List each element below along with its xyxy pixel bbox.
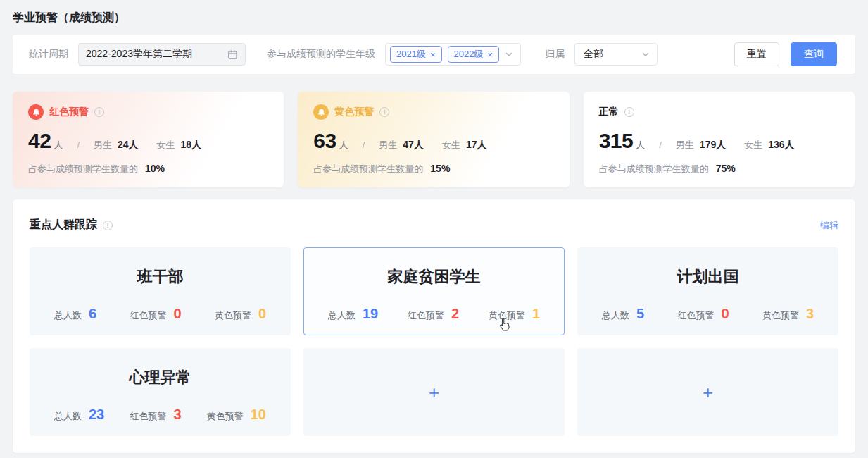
info-icon[interactable]: ! [103, 221, 113, 230]
grade-tag-label: 2022级 [454, 48, 484, 61]
male-label: 男生 [94, 139, 112, 151]
yellow-warning-value: 10 [251, 407, 266, 423]
remove-tag-icon[interactable]: × [430, 50, 436, 59]
male-value: 179人 [700, 139, 726, 151]
add-group-card[interactable]: + [303, 348, 565, 436]
group-card-plan-abroad[interactable]: 计划出国 总人数5 红色预警0 黄色预警3 [577, 247, 838, 335]
red-warning-value: 3 [173, 407, 181, 423]
stat-count: 63 [313, 129, 336, 153]
red-warning-card: 红色预警 ! 42 人 / 男生24人 女生18人 占参与成绩预测学生数量的 1… [13, 92, 284, 187]
grade-multi-select[interactable]: 2021级 × 2022级 × [385, 43, 521, 66]
yellow-warning-card: 黄色预警 ! 63 人 / 男生47人 女生17人 占参与成绩预测学生数量的 1… [298, 92, 569, 187]
total-label: 总人数 [328, 309, 356, 322]
ratio-label: 占参与成绩预测学生数量的 [313, 163, 423, 175]
group-name: 家庭贫困学生 [328, 266, 540, 287]
group-card-class-cadre[interactable]: 班干部 总人数6 红色预警0 黄色预警0 [30, 247, 291, 335]
page-title: 学业预警（成绩预测） [0, 0, 868, 35]
divider: / [363, 140, 365, 150]
plus-icon: + [703, 383, 713, 402]
ratio-value: 15% [430, 163, 450, 174]
stat-count: 42 [28, 129, 51, 153]
stat-card-title: 正常 [599, 106, 619, 118]
male-value: 47人 [403, 139, 424, 151]
info-icon[interactable]: ! [624, 107, 634, 117]
ratio-value: 10% [145, 163, 165, 174]
total-label: 总人数 [54, 309, 82, 322]
yellow-warning-value: 0 [258, 306, 266, 322]
female-value: 17人 [466, 139, 487, 151]
yellow-warning-value: 3 [806, 306, 814, 322]
yellow-bell-icon [313, 104, 329, 120]
group-name: 班干部 [54, 266, 266, 287]
stat-unit: 人 [636, 139, 645, 151]
stat-unit: 人 [54, 139, 63, 151]
female-value: 18人 [181, 139, 202, 151]
info-icon[interactable]: ! [94, 107, 104, 117]
red-warning-label: 红色预警 [130, 410, 166, 423]
total-value: 5 [636, 306, 644, 322]
remove-tag-icon[interactable]: × [487, 50, 493, 59]
ratio-value: 75% [716, 163, 736, 174]
stat-card-title: 黄色预警 [334, 106, 374, 118]
stat-unit: 人 [339, 139, 348, 151]
plus-icon: + [429, 383, 439, 402]
edit-link[interactable]: 编辑 [820, 219, 838, 232]
total-value: 19 [363, 306, 378, 322]
stat-count: 315 [599, 129, 634, 153]
yellow-warning-label: 黄色预警 [207, 410, 244, 423]
chevron-down-icon [505, 50, 513, 58]
period-value: 2022-2023学年第二学期 [86, 48, 227, 61]
female-label: 女生 [744, 139, 762, 151]
period-date-picker[interactable]: 2022-2023学年第二学期 [78, 43, 246, 66]
red-warning-label: 红色预警 [408, 309, 444, 322]
belong-label: 归属 [545, 48, 565, 61]
total-label: 总人数 [602, 309, 629, 322]
total-value: 6 [89, 306, 96, 322]
period-label: 统计周期 [29, 48, 68, 61]
red-warning-label: 红色预警 [130, 309, 166, 322]
add-group-card[interactable]: + [577, 348, 838, 436]
ratio-label: 占参与成绩预测学生数量的 [599, 163, 709, 175]
grade-tag-label: 2021级 [396, 48, 426, 61]
query-button[interactable]: 查询 [791, 42, 837, 66]
female-value: 136人 [768, 139, 794, 151]
red-warning-label: 红色预警 [677, 309, 714, 322]
warning-stats-row: 红色预警 ! 42 人 / 男生24人 女生18人 占参与成绩预测学生数量的 1… [13, 92, 855, 187]
stat-card-title: 红色预警 [49, 106, 89, 118]
divider: / [77, 140, 80, 150]
male-label: 男生 [379, 139, 397, 151]
belong-select[interactable]: 全部 [574, 43, 658, 66]
academic-warning-page: { "page": { "title": "学业预警（成绩预测）" }, "fi… [0, 0, 868, 458]
grade-label: 参与成绩预测的学生年级 [267, 48, 375, 61]
chevron-down-icon [641, 50, 650, 58]
yellow-warning-label: 黄色预警 [215, 309, 251, 322]
red-bell-icon [28, 104, 44, 120]
group-card-poor-family[interactable]: 家庭贫困学生 总人数19 红色预警2 黄色预警1 [303, 247, 565, 335]
male-label: 男生 [676, 139, 694, 151]
reset-button[interactable]: 重置 [734, 42, 779, 66]
info-icon[interactable]: ! [379, 107, 389, 117]
normal-card: 正常 ! 315 人 / 男生179人 女生136人 占参与成绩预测学生数量的 … [584, 92, 855, 187]
belong-value: 全部 [584, 48, 641, 61]
divider: / [659, 140, 662, 150]
group-name: 心理异常 [54, 367, 266, 388]
grade-tag-2022[interactable]: 2022级 × [448, 46, 500, 63]
red-warning-value: 2 [451, 306, 459, 322]
red-warning-value: 0 [721, 306, 729, 322]
total-label: 总人数 [54, 410, 82, 423]
yellow-warning-label: 黄色预警 [762, 309, 799, 322]
grade-tag-2021[interactable]: 2021级 × [390, 46, 442, 63]
female-label: 女生 [157, 139, 175, 151]
yellow-warning-value: 1 [532, 306, 540, 322]
female-label: 女生 [442, 139, 460, 151]
group-card-psych-abnormal[interactable]: 心理异常 总人数23 红色预警3 黄色预警10 [30, 348, 291, 436]
tracking-grid: 班干部 总人数6 红色预警0 黄色预警0 家庭贫困学生 总人数19 红色预警2 … [30, 247, 838, 436]
male-value: 24人 [118, 139, 139, 151]
key-group-tracking-section: 重点人群跟踪 ! 编辑 班干部 总人数6 红色预警0 黄色预警0 家庭贫困学生 … [13, 199, 855, 453]
section-title: 重点人群跟踪 [30, 218, 97, 233]
calendar-icon [227, 49, 238, 60]
group-name: 计划出国 [602, 266, 814, 287]
red-warning-value: 0 [173, 306, 181, 322]
total-value: 23 [89, 407, 104, 423]
yellow-warning-label: 黄色预警 [489, 309, 525, 322]
